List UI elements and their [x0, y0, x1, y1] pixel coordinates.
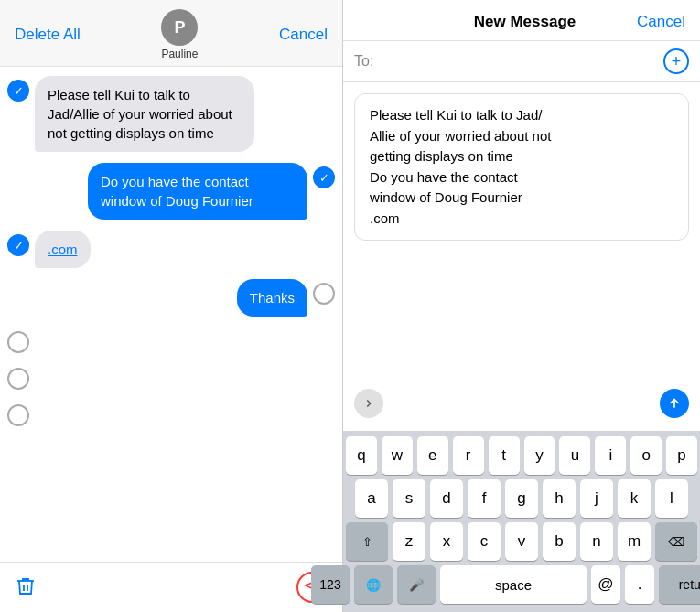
key-l[interactable]: l — [655, 479, 688, 518]
checkbox-msg4[interactable] — [313, 283, 335, 305]
key-w[interactable]: w — [382, 436, 413, 475]
table-row: Please tell Kui to talk to Jad/Allie of … — [7, 76, 335, 152]
left-cancel-button[interactable]: Cancel — [279, 26, 328, 44]
key-t[interactable]: t — [489, 436, 520, 475]
message-preview-bubble: Please tell Kui to talk to Jad/ Allie of… — [354, 93, 689, 241]
bubble-sent-2: Thanks — [237, 279, 307, 317]
add-recipient-button[interactable]: + — [663, 48, 689, 74]
avatar: P — [161, 9, 198, 46]
table-row — [7, 401, 335, 426]
key-b[interactable]: b — [543, 522, 576, 561]
key-q[interactable]: q — [346, 436, 377, 475]
contact-name: Pauline — [161, 48, 198, 60]
key-d[interactable]: d — [430, 479, 463, 518]
chevron-right-icon — [362, 397, 375, 410]
keyboard: q w e r t y u i o p a s d f g h j k l ⇧ … — [343, 431, 700, 612]
bubble-sent-1: Do you have the contact window of Doug F… — [88, 163, 307, 220]
left-header: Delete All P Pauline Cancel — [0, 0, 342, 67]
key-s[interactable]: s — [393, 479, 425, 518]
key-c[interactable]: c — [468, 522, 501, 561]
key-r[interactable]: r — [453, 436, 484, 475]
key-i[interactable]: i — [595, 436, 626, 475]
mic-key[interactable]: 🎤 — [397, 565, 436, 604]
table-row — [7, 327, 335, 353]
message-preview-area: Please tell Kui to talk to Jad/ Allie of… — [343, 82, 700, 431]
key-v[interactable]: v — [505, 522, 538, 561]
key-u[interactable]: u — [559, 436, 590, 475]
backspace-key[interactable]: ⌫ — [655, 522, 697, 561]
checkbox-msg7[interactable] — [7, 404, 29, 426]
numbers-key[interactable]: 123 — [311, 565, 350, 604]
contact-info: P Pauline — [161, 9, 198, 60]
key-p[interactable]: p — [666, 436, 697, 475]
left-panel: Delete All P Pauline Cancel Please tell … — [0, 0, 343, 612]
table-row: Do you have the contact window of Doug F… — [7, 163, 335, 220]
preview-text: Please tell Kui to talk to Jad/ Allie of… — [370, 107, 551, 226]
key-n[interactable]: n — [580, 522, 613, 561]
bubble-received-1: Please tell Kui to talk to Jad/Allie of … — [35, 76, 254, 152]
right-panel: New Message Cancel To: + Please tell Kui… — [343, 0, 700, 612]
key-o[interactable]: o — [630, 436, 662, 475]
period-key[interactable]: . — [625, 565, 654, 604]
to-label: To: — [354, 53, 373, 70]
key-z[interactable]: z — [393, 522, 425, 561]
key-f[interactable]: f — [468, 479, 501, 518]
keyboard-row-4: 123 🌐 🎤 space @ . return — [346, 565, 697, 604]
key-j[interactable]: j — [580, 479, 613, 518]
checkbox-msg6[interactable] — [7, 368, 29, 390]
checkbox-msg5[interactable] — [7, 331, 29, 353]
keyboard-row-1: q w e r t y u i o p — [346, 436, 697, 475]
table-row: .com — [7, 231, 335, 268]
return-key[interactable]: return — [659, 565, 700, 604]
right-cancel-button[interactable]: Cancel — [637, 13, 685, 31]
key-h[interactable]: h — [543, 479, 576, 518]
checkbox-msg1[interactable] — [7, 80, 29, 102]
key-k[interactable]: k — [618, 479, 651, 518]
shift-key[interactable]: ⇧ — [346, 522, 388, 561]
at-key[interactable]: @ — [591, 565, 620, 604]
key-x[interactable]: x — [430, 522, 463, 561]
key-y[interactable]: y — [524, 436, 555, 475]
delete-all-button[interactable]: Delete All — [15, 26, 81, 44]
keyboard-row-2: a s d f g h j k l — [346, 479, 697, 518]
to-row: To: + — [343, 41, 700, 82]
key-g[interactable]: g — [505, 479, 538, 518]
table-row: Thanks — [7, 279, 335, 317]
table-row — [7, 364, 335, 390]
key-m[interactable]: m — [618, 522, 651, 561]
key-a[interactable]: a — [355, 479, 388, 518]
keyboard-row-3: ⇧ z x c v b n m ⌫ — [346, 522, 697, 561]
checkbox-msg3[interactable] — [7, 234, 29, 256]
trash-icon — [15, 575, 37, 597]
key-e[interactable]: e — [417, 436, 448, 475]
to-input[interactable] — [379, 53, 658, 70]
bubble-link-1: .com — [35, 231, 91, 268]
space-key[interactable]: space — [440, 565, 587, 604]
globe-key[interactable]: 🌐 — [354, 565, 393, 604]
messages-list: Please tell Kui to talk to Jad/Allie of … — [0, 67, 342, 562]
right-header: New Message Cancel — [343, 0, 700, 41]
send-arrow-icon — [667, 396, 682, 411]
trash-button[interactable] — [15, 575, 37, 600]
left-footer — [0, 562, 342, 612]
expand-button[interactable] — [354, 389, 383, 418]
new-message-title: New Message — [474, 13, 576, 31]
checkbox-msg2[interactable] — [313, 166, 335, 188]
send-button[interactable] — [660, 389, 689, 418]
